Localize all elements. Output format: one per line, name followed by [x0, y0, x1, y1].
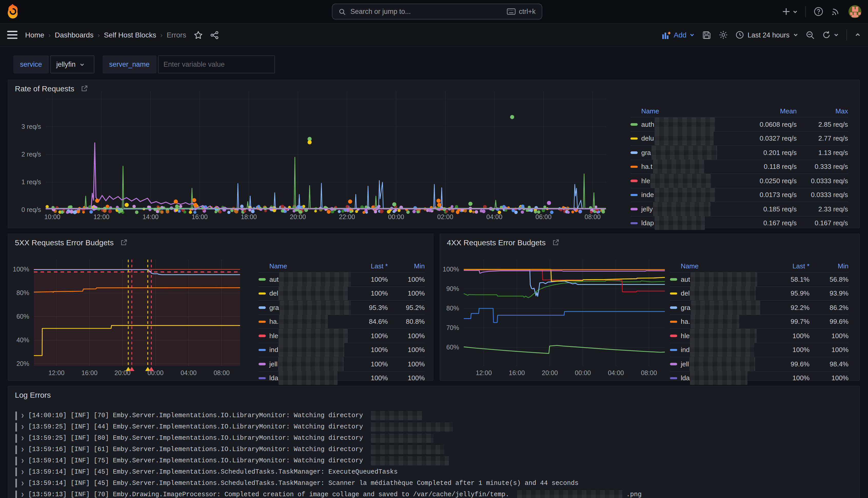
legend-row[interactable]: ldap0.167 req/s0.167 req/s — [630, 216, 848, 230]
log-line[interactable]: ❯[13:59:13] [INF] [70] Emby.Drawing.Imag… — [15, 490, 641, 498]
star-icon[interactable] — [194, 30, 203, 39]
legend-row[interactable]: hle0.0250 req/s0.0333 req/s — [630, 173, 848, 187]
breadcrumb-item[interactable]: Dashboards — [55, 31, 93, 39]
series-name: hle — [681, 332, 690, 340]
legend-row[interactable]: hle100%100% — [670, 328, 849, 342]
log-line[interactable]: ❯[14:00:10] [INF] [70] Emby.Server.Imple… — [15, 411, 422, 420]
legend-row[interactable]: inde0.0173 req/s0.0333 req/s — [630, 187, 848, 202]
legend-row[interactable]: gra92.2%86.2% — [670, 300, 849, 314]
legend-row[interactable]: jelly0.185 req/s2.33 req/s — [630, 202, 848, 216]
log-line[interactable]: ❯[13:59:14] [INF] [75] Emby.Server.Imple… — [15, 456, 449, 466]
legend-value: 100% — [388, 374, 425, 382]
svg-text:60%: 60% — [16, 313, 29, 320]
news-icon[interactable] — [831, 7, 841, 16]
new-button[interactable] — [782, 8, 798, 15]
legend-row[interactable]: hle100%100% — [258, 328, 425, 342]
legend-row[interactable]: jell100%100% — [258, 357, 425, 371]
log-level-bar — [15, 445, 17, 454]
expand-chevron-icon[interactable]: ❯ — [21, 492, 24, 498]
legend-row[interactable]: ha.99.7%99.6% — [670, 314, 849, 328]
breadcrumb-item[interactable]: Self Host Blocks — [104, 31, 156, 39]
grafana-logo-icon[interactable] — [6, 4, 19, 19]
refresh-icon — [822, 31, 830, 39]
refresh-control[interactable] — [822, 31, 839, 39]
search-input[interactable]: Search or jump to... ctrl+k — [332, 4, 542, 19]
svg-text:02:00: 02:00 — [437, 213, 454, 220]
log-line[interactable]: ❯[13:59:14] [INF] [45] Emby.Server.Imple… — [15, 468, 398, 476]
gear-icon[interactable] — [719, 30, 728, 40]
legend-row[interactable]: del95.9%93.9% — [670, 286, 849, 300]
legend-column-last[interactable]: Last * — [771, 262, 810, 270]
log-line[interactable]: ❯[13:59:14] [INF] [45] Emby.Server.Imple… — [15, 479, 578, 487]
series-name: del — [269, 290, 278, 297]
expand-chevron-icon[interactable]: ❯ — [21, 435, 24, 441]
expand-chevron-icon[interactable]: ❯ — [21, 424, 24, 430]
log-line[interactable]: ❯[13:59:25] [INF] [44] Emby.Server.Imple… — [15, 422, 453, 432]
log-line[interactable]: ❯[13:59:25] [INF] [80] Emby.Server.Imple… — [15, 434, 433, 443]
legend-row[interactable]: gra95.3%95.2% — [258, 300, 425, 314]
legend-row[interactable]: auth0.0608 req/s2.85 req/s — [630, 117, 848, 131]
legend-row[interactable]: delu0.0327 req/s2.77 req/s — [630, 131, 848, 145]
expand-chevron-icon[interactable]: ❯ — [21, 469, 24, 475]
avatar[interactable] — [849, 5, 861, 18]
log-level-bar — [15, 434, 17, 443]
legend-column-min[interactable]: Min — [810, 262, 849, 270]
external-link-icon[interactable] — [120, 239, 127, 246]
legend-row[interactable]: ind100%100% — [670, 342, 849, 357]
external-link-icon[interactable] — [81, 85, 88, 92]
log-text: [13:59:16] [INF] [61] Emby.Server.Implem… — [28, 446, 363, 453]
legend-value: 100% — [388, 290, 425, 297]
legend-row[interactable]: jell99.6%98.4% — [670, 357, 849, 371]
expand-chevron-icon[interactable]: ❯ — [21, 412, 24, 419]
legend-row[interactable]: aut100%100% — [258, 272, 425, 286]
server-name-input[interactable] — [158, 55, 275, 74]
legend-column-min[interactable]: Min — [388, 262, 425, 270]
legend-column-name[interactable]: Name — [670, 262, 771, 270]
panel-title[interactable]: 4XX Requests Error Budgets — [447, 238, 546, 247]
service-select[interactable]: jellyfin — [50, 55, 94, 74]
nav-right-actions — [782, 0, 861, 23]
legend-value: 0.0173 req/s — [748, 191, 797, 199]
legend-column-max[interactable]: Max — [797, 107, 848, 115]
add-button[interactable]: Add — [663, 31, 695, 39]
legend-row[interactable]: ha.84.6%80.8% — [258, 314, 425, 328]
legend-row[interactable]: lda100%100% — [670, 371, 849, 385]
zoom-out-icon[interactable] — [806, 30, 815, 39]
legend-row[interactable]: ha.t0.118 req/s0.333 req/s — [630, 159, 848, 173]
legend-value: 95.3% — [351, 304, 388, 312]
legend-value: 99.6% — [810, 318, 849, 326]
collapse-up-icon[interactable] — [855, 32, 861, 38]
menu-icon[interactable] — [7, 31, 17, 39]
legend-row[interactable]: aut58.1%56.8% — [670, 272, 849, 286]
save-icon[interactable] — [702, 30, 711, 39]
share-icon[interactable] — [210, 30, 219, 39]
series-name: ha. — [681, 318, 690, 326]
legend-row[interactable]: del100%100% — [258, 286, 425, 300]
legend-value: 0.0333 req/s — [797, 191, 848, 199]
external-link-icon[interactable] — [552, 239, 559, 246]
legend-column-name[interactable]: Name — [258, 262, 351, 270]
panel-title[interactable]: Rate of Requests — [15, 84, 75, 93]
expand-chevron-icon[interactable]: ❯ — [21, 446, 24, 453]
legend-row[interactable]: ind100%100% — [258, 342, 425, 357]
expand-chevron-icon[interactable]: ❯ — [21, 458, 24, 464]
series-color-swatch — [630, 152, 638, 154]
legend-value: 0.0608 req/s — [748, 121, 797, 128]
panel-title[interactable]: Log Errors — [15, 391, 51, 399]
breadcrumb-item[interactable]: Home — [25, 31, 44, 39]
legend-row[interactable]: lda100%100% — [258, 371, 425, 385]
legend-column-name[interactable]: Name — [630, 107, 748, 115]
help-icon[interactable] — [814, 7, 823, 16]
legend-row[interactable]: gra0.201 req/s1.13 req/s — [630, 145, 848, 159]
legend-value: 98.4% — [810, 360, 849, 368]
time-range-picker[interactable]: Last 24 hours — [736, 31, 798, 39]
expand-chevron-icon[interactable]: ❯ — [21, 480, 24, 486]
panel-title[interactable]: 5XX Requests Error Budgets — [15, 238, 113, 247]
legend-value: 100% — [810, 332, 849, 340]
legend-column-mean[interactable]: Mean — [748, 107, 797, 115]
series-color-swatch — [630, 208, 638, 210]
log-line[interactable]: ❯[13:59:16] [INF] [61] Emby.Server.Imple… — [15, 445, 444, 454]
legend-header: NameMeanMax — [630, 105, 848, 117]
legend-value: 100% — [351, 374, 388, 382]
legend-column-last[interactable]: Last * — [351, 262, 388, 270]
